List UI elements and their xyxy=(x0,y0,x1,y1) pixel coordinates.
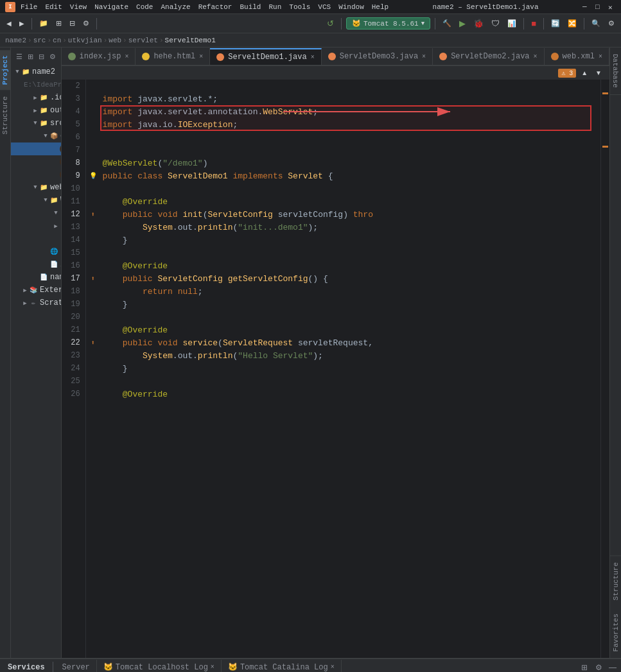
run-button[interactable]: ▶ xyxy=(457,17,468,31)
tree-item-name2[interactable]: ▼ 📁 name2 xyxy=(11,65,61,78)
bottom-panel-close-button[interactable]: — xyxy=(607,662,618,673)
tab-servletdemo2[interactable]: ServletDemo2.java × xyxy=(433,48,544,65)
toolbar-expand-button[interactable]: ⊞ xyxy=(53,17,64,31)
tab-servletdemo3[interactable]: ServletDemo3.java × xyxy=(322,48,433,65)
tree-item-idea[interactable]: ▶ 📁 .idea xyxy=(11,91,61,104)
tab-close-webxml[interactable]: × xyxy=(599,53,602,60)
tree-item-name2iml[interactable]: ▶ 📄 name2.iml xyxy=(11,271,61,284)
profile-button[interactable]: 📊 xyxy=(505,17,519,31)
breadcrumb-servletdemo1[interactable]: ServeltDemo1 xyxy=(165,37,216,44)
tree-item-servletdemo1[interactable]: ▶ C ServeltDemo1 xyxy=(11,142,61,155)
tree-label-scratches: Scratches and Consoles xyxy=(40,298,61,307)
breadcrumb-cn[interactable]: cn xyxy=(53,37,61,44)
warning-down-button[interactable]: ▼ xyxy=(593,66,604,80)
menu-help[interactable]: Help xyxy=(372,3,389,11)
warning-up-button[interactable]: ▲ xyxy=(579,66,590,80)
menu-analyze[interactable]: Analyze xyxy=(161,3,190,11)
breadcrumb-utkvjian[interactable]: utkvjian xyxy=(68,37,102,44)
rptab-database[interactable]: Database xyxy=(610,47,621,95)
services-panel-label[interactable]: Services xyxy=(3,663,50,672)
bottom-tab-server[interactable]: Server xyxy=(56,660,97,673)
maximize-button[interactable]: □ xyxy=(595,3,603,11)
tab-indexjsp[interactable]: index.jsp × xyxy=(62,48,136,65)
menu-view[interactable]: View xyxy=(70,3,87,11)
tab-close-servletdemo3[interactable]: × xyxy=(422,53,426,60)
tree-item-servletdemo2[interactable]: ▶ C ServeltDemo2 xyxy=(11,155,61,168)
menu-vcs[interactable]: VCS xyxy=(318,3,331,11)
tree-item-package[interactable]: ▼ 📦 cn.utkvjian.web.servlet xyxy=(11,130,61,142)
sidebar-collapse-all-button[interactable]: ☰ xyxy=(15,51,23,62)
tab-close-servletdemo1[interactable]: × xyxy=(311,54,315,61)
code-area[interactable]: import javax.servlet.*; import javax.ser… xyxy=(100,80,600,658)
menu-window[interactable]: Window xyxy=(338,3,364,11)
tree-item-src[interactable]: ▼ 📁 src xyxy=(11,117,61,130)
catalina-log-close[interactable]: × xyxy=(331,664,335,671)
sidebar-settings-button[interactable]: ⚙ xyxy=(48,51,57,62)
tree-item-webinf[interactable]: ▼ 📁 WEB-INF xyxy=(11,194,61,207)
tree-item-indexjsp[interactable]: ▶ 📄 index.jsp xyxy=(11,258,61,271)
editor-area: index.jsp × hehe.html × ServeltDemo1.jav… xyxy=(62,47,609,658)
tree-item-web[interactable]: ▼ 📁 web xyxy=(11,181,61,194)
breadcrumb-sep-6: › xyxy=(159,37,164,44)
tree-arrow-idea: ▶ xyxy=(31,94,39,101)
tab-webxml[interactable]: web.xml × xyxy=(545,48,609,65)
build-project-button[interactable]: 🔨 xyxy=(440,17,454,31)
tree-item-classes[interactable]: ▼ 📁 classes xyxy=(11,207,61,220)
toolbar-settings-button[interactable]: ⚙ xyxy=(80,17,92,31)
tab-close-servletdemo2[interactable]: × xyxy=(534,53,538,60)
vcs-button[interactable]: 🔀 xyxy=(565,17,579,31)
toolbar-forward-button[interactable]: ▶ xyxy=(17,17,27,31)
bottom-tab-catalina-log[interactable]: 🐱 Tomcat Catalina Log × xyxy=(222,660,342,673)
sidebar-collapse-button[interactable]: ⊟ xyxy=(37,51,46,62)
toolbar-project-button[interactable]: 📁 xyxy=(37,17,51,31)
settings-global-button[interactable]: ⚙ xyxy=(606,17,617,31)
vtab-structure[interactable]: Structure xyxy=(0,91,10,139)
localhost-log-close[interactable]: × xyxy=(211,664,214,671)
tree-item-scratches[interactable]: ▶ ✏ Scratches and Consoles xyxy=(11,297,61,309)
bottom-tab-localhost-log[interactable]: 🐱 Tomcat Localhost Log × xyxy=(97,660,222,673)
stop-button[interactable]: ■ xyxy=(529,17,539,31)
toolbar-collapse-button[interactable]: ⊟ xyxy=(67,17,78,31)
menu-run[interactable]: Run xyxy=(268,3,281,11)
rptab-structure[interactable]: Structure xyxy=(610,555,621,607)
close-button[interactable]: ✕ xyxy=(608,3,616,11)
tree-item-webxml[interactable]: ▶ ⊞ web.xml xyxy=(11,232,61,245)
minimize-button[interactable]: ─ xyxy=(582,3,590,11)
tab-hehe[interactable]: hehe.html × xyxy=(136,48,210,65)
debug-button[interactable]: 🐞 xyxy=(471,17,486,31)
bottom-panel-settings-button[interactable]: ⚙ xyxy=(593,662,604,673)
tree-item-lib[interactable]: ▶ 📁 lib xyxy=(11,220,61,232)
sidebar-expand-button[interactable]: ⊞ xyxy=(26,51,34,62)
tab-close-indexjsp[interactable]: × xyxy=(125,53,128,60)
tree-item-ext-libs[interactable]: ▶ 📚 External Libraries xyxy=(11,284,61,297)
tab-servletdemo1[interactable]: ServeltDemo1.java × xyxy=(210,48,321,65)
menu-refactor[interactable]: Refactor xyxy=(198,3,232,11)
rptab-favorites[interactable]: Favorites xyxy=(610,607,621,658)
menu-file[interactable]: File xyxy=(21,3,37,11)
coverage-button[interactable]: 🛡 xyxy=(489,17,502,31)
search-everywhere-button[interactable]: 🔍 xyxy=(589,17,603,31)
tree-item-out[interactable]: ▶ 📁 out xyxy=(11,104,61,117)
bottom-panel-expand-button[interactable]: ⊞ xyxy=(579,662,590,673)
breadcrumb-servlet[interactable]: servlet xyxy=(128,37,158,44)
menu-edit[interactable]: Edit xyxy=(45,3,62,11)
jsp-file-icon: 📄 xyxy=(49,260,58,269)
line-number-gutter: 2 3 4 5 6 7 8 9 10 11 12 13 14 15 16 17 … xyxy=(62,80,86,658)
breadcrumb-web[interactable]: web xyxy=(109,37,121,44)
tab-close-hehe[interactable]: × xyxy=(199,53,203,60)
java-file-icon-1: C xyxy=(60,144,61,153)
breadcrumb-src[interactable]: src xyxy=(33,37,46,44)
vtab-project[interactable]: Project xyxy=(0,50,10,90)
toolbar-back-button[interactable]: ◀ xyxy=(4,17,14,31)
tree-item-hehe-html[interactable]: ▶ 🌐 hehe.html xyxy=(11,245,61,258)
menu-navigate[interactable]: Navigate xyxy=(94,3,128,11)
breadcrumb-name2[interactable]: name2 xyxy=(5,37,26,44)
tree-item-servletdemo3[interactable]: ▶ C ServeltDemo3 xyxy=(11,168,61,181)
menu-code[interactable]: Code xyxy=(136,3,153,11)
run-config[interactable]: 🐱 Tomcat 8.5.61 ▼ xyxy=(346,17,430,30)
menu-build[interactable]: Build xyxy=(240,3,261,11)
update-button[interactable]: 🔄 xyxy=(548,17,563,31)
menu-tools[interactable]: Tools xyxy=(289,3,310,11)
tab-label-servletdemo3: ServletDemo3.java xyxy=(340,52,418,61)
sync-button[interactable]: ↺ xyxy=(324,17,337,31)
